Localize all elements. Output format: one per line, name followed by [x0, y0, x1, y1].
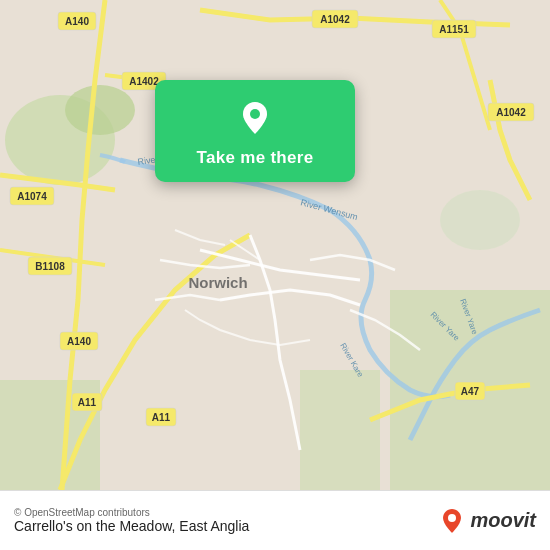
svg-point-4 — [440, 190, 520, 250]
svg-text:A1402: A1402 — [129, 76, 159, 87]
take-me-there-button[interactable]: Take me there — [197, 148, 314, 168]
svg-text:A11: A11 — [152, 412, 171, 423]
svg-text:Norwich: Norwich — [188, 274, 247, 291]
moovit-icon — [438, 507, 466, 535]
svg-text:A1074: A1074 — [17, 191, 47, 202]
svg-point-2 — [65, 85, 135, 135]
svg-text:A1151: A1151 — [439, 24, 469, 35]
svg-text:A1042: A1042 — [320, 14, 350, 25]
svg-point-36 — [250, 109, 260, 119]
svg-text:A11: A11 — [78, 397, 97, 408]
svg-text:A140: A140 — [67, 336, 91, 347]
svg-text:A140: A140 — [65, 16, 89, 27]
location-label: Carrello's on the Meadow, East Anglia — [14, 518, 249, 534]
bottom-left-info: © OpenStreetMap contributors Carrello's … — [14, 507, 249, 534]
bottom-bar: © OpenStreetMap contributors Carrello's … — [0, 490, 550, 550]
location-pin-icon — [235, 98, 275, 138]
navigation-card[interactable]: Take me there — [155, 80, 355, 182]
svg-rect-6 — [300, 370, 380, 490]
svg-text:B1108: B1108 — [35, 261, 65, 272]
svg-point-37 — [448, 514, 456, 522]
svg-text:A1042: A1042 — [496, 107, 526, 118]
attribution-text: © OpenStreetMap contributors — [14, 507, 249, 518]
moovit-text: moovit — [470, 509, 536, 532]
svg-text:A47: A47 — [461, 386, 480, 397]
moovit-logo: moovit — [438, 507, 536, 535]
map-container[interactable]: A140 A1042 A1151 A1042 A1074 B1108 A140 … — [0, 0, 550, 490]
